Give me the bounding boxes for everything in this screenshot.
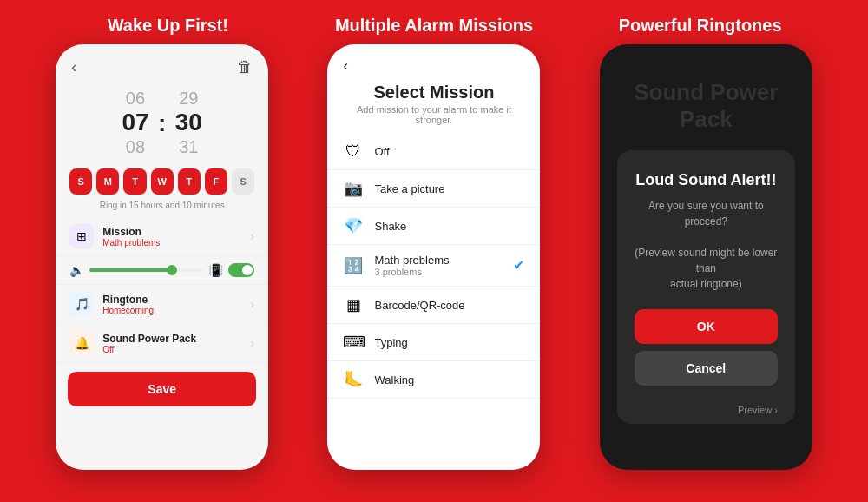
barcode-icon: ▦ [343, 295, 364, 314]
check-icon: ✔ [513, 257, 524, 274]
ringtone-arrow: › [250, 297, 254, 311]
ringtone-value: Homecoming [102, 306, 250, 315]
mission-picture[interactable]: 📷 Take a picture [327, 170, 540, 208]
ring-notice: Ring in 15 hours and 10 minutes [56, 198, 268, 217]
walking-label: Walking [374, 373, 524, 386]
days-row: S M T W T F S [56, 162, 268, 198]
soundpack-icon: 🔔 [69, 331, 94, 355]
math-sub: 3 problems [374, 267, 503, 277]
back-button[interactable]: ‹ [71, 58, 76, 76]
soundpack-label: Sound Power Pack [102, 333, 250, 345]
preview-link[interactable]: Preview › [635, 400, 778, 424]
mission-arrow: › [250, 229, 254, 243]
mission-math[interactable]: 🔢 Math problems 3 problems ✔ [327, 245, 540, 287]
dialog-box: Loud Sound Alert!! Are you sure you want… [617, 150, 795, 424]
mission-shake[interactable]: 💎 Shake [327, 208, 540, 245]
dialog-title: Loud Sound Alert!! [635, 171, 778, 189]
mission-icon: ⊞ [69, 224, 94, 248]
time-dim-top-right: 29 [179, 89, 198, 108]
time-colon: : [156, 109, 168, 137]
ringtone-icon: 🎵 [69, 292, 94, 316]
off-icon: 🛡 [343, 142, 364, 161]
select-mission-title: Select Mission [327, 79, 540, 104]
cancel-button[interactable]: Cancel [635, 351, 778, 386]
mission-row[interactable]: ⊞ Mission Math problems › [56, 217, 268, 256]
phone3: Sound Power Pack Loud Sound Alert!! Are … [600, 44, 812, 470]
mission-typing[interactable]: ⌨ Typing [327, 324, 540, 361]
day-F[interactable]: F [205, 168, 227, 195]
mission-value: Math problems [102, 238, 250, 248]
volume-track[interactable] [89, 268, 203, 272]
soundpack-row[interactable]: 🔔 Sound Power Pack Off › [56, 324, 268, 363]
camera-icon: 📷 [343, 179, 364, 198]
soundpack-arrow: › [250, 336, 254, 350]
time-dim-top-left: 06 [126, 89, 145, 108]
day-S1[interactable]: S [69, 168, 92, 195]
panel1-title: Wake Up First! [35, 16, 301, 36]
day-M[interactable]: M [96, 168, 119, 195]
off-label: Off [374, 145, 524, 158]
mission-walking[interactable]: 🦶 Walking [327, 361, 540, 399]
time-main-hour[interactable]: 07 [122, 109, 148, 136]
typing-icon: ⌨ [343, 333, 364, 352]
ringtone-row[interactable]: 🎵 Ringtone Homecoming › [56, 285, 268, 324]
dialog-body: Are you sure you want to procced? (Previ… [635, 198, 778, 292]
mission-off[interactable]: 🛡 Off [327, 134, 540, 170]
time-dim-bot-left: 08 [126, 137, 145, 156]
soundpack-value: Off [102, 345, 250, 354]
math-icon: 🔢 [343, 256, 364, 275]
volume-row[interactable]: 🔈 📳 [56, 256, 268, 285]
phone1: ‹ 🗑 06 07 08 00 : 00 29 30 31 [56, 44, 268, 470]
panel3-title: Powerful Ringtones [567, 16, 833, 36]
vibrate-toggle[interactable] [228, 263, 254, 277]
day-W[interactable]: W [151, 168, 174, 195]
volume-low-icon: 🔈 [69, 263, 84, 277]
typing-label: Typing [374, 336, 524, 349]
barcode-label: Barcode/QR-code [374, 299, 524, 312]
ok-button[interactable]: OK [635, 309, 778, 344]
mission-barcode[interactable]: ▦ Barcode/QR-code [327, 287, 540, 324]
day-T2[interactable]: T [178, 168, 201, 195]
back-button-p2[interactable]: ‹ [343, 58, 347, 74]
phone2: ‹ Select Mission Add mission to your ala… [327, 44, 540, 470]
ringtone-label: Ringtone [102, 294, 250, 306]
picture-label: Take a picture [374, 182, 524, 195]
save-button[interactable]: Save [68, 372, 256, 406]
trash-icon[interactable]: 🗑 [237, 58, 253, 76]
time-main-min[interactable]: 30 [175, 109, 202, 136]
select-mission-subtitle: Add mission to your alarm to make it str… [327, 104, 540, 134]
panel2-title: Multiple Alarm Missions [301, 16, 568, 36]
mission-label: Mission [102, 226, 250, 238]
vibrate-icon: 📳 [208, 263, 223, 277]
shake-icon: 💎 [343, 216, 364, 235]
time-dim-bot-right: 31 [179, 137, 198, 156]
day-S2[interactable]: S [232, 168, 254, 195]
walking-icon: 🦶 [343, 370, 364, 389]
shake-label: Shake [374, 220, 524, 233]
day-T1[interactable]: T [123, 168, 146, 195]
soundpack-bg-text: Sound Power Pack [600, 44, 812, 150]
math-label: Math problems [374, 254, 503, 267]
